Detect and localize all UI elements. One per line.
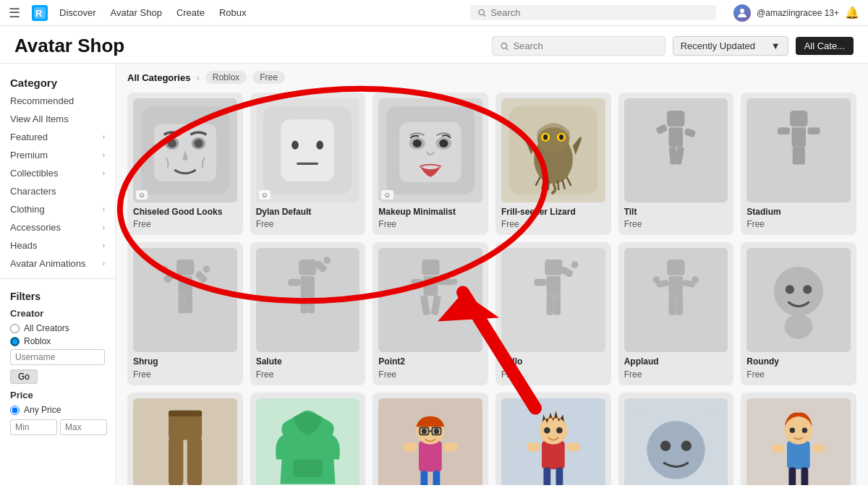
item-name-1: Chiseled Good Looks [133,207,237,218]
anim-salute [271,256,344,344]
item-card-14[interactable]: Free [250,393,366,485]
nav-create[interactable]: Create [176,7,205,18]
chevron-icon: › [103,169,105,177]
price-filter-title: Price [10,390,105,401]
svg-rect-61 [307,296,315,313]
item-card-9[interactable]: Point2 Free [373,242,488,385]
svg-rect-60 [301,296,308,313]
svg-point-12 [194,139,203,147]
svg-rect-75 [534,279,546,286]
breadcrumb-free-tag[interactable]: Free [252,71,285,84]
min-price-input[interactable] [10,419,57,435]
item-card-15[interactable]: Free [373,393,488,485]
breadcrumb-all-categories[interactable]: All Categories [127,72,190,83]
nav-user: @amaziingracee 13+ 🔔 [733,4,859,22]
svg-rect-67 [411,279,422,286]
roblox-logo[interactable]: R [32,5,48,21]
item-thumb-13 [133,398,237,485]
item-card-2[interactable]: ☺ Dylan Default Free [250,93,366,235]
svg-point-90 [803,285,812,294]
svg-point-2 [479,9,484,14]
svg-rect-94 [169,411,202,416]
any-price-radio[interactable]: Any Price [10,405,105,415]
svg-rect-65 [438,279,454,286]
item-name-11: Applaud [624,356,728,368]
breadcrumb-roblox-tag[interactable]: Roblox [205,71,247,84]
sidebar-item-animations[interactable]: Avatar Animations› [0,254,115,273]
item-card-5[interactable]: Tilt Free [618,93,734,235]
item-card-3[interactable]: ☺ Makeup Minimalist Free [373,93,488,235]
svg-rect-114 [566,443,579,452]
sidebar-divider [0,278,115,279]
nav-discover[interactable]: Discover [59,7,96,18]
svg-point-130 [802,428,807,433]
notification-bell-icon[interactable]: 🔔 [845,6,859,20]
all-categories-button[interactable]: All Cate... [796,37,854,55]
item-card-1[interactable]: ☺ Chiseled Good Looks Free [127,93,243,235]
item-card-10[interactable]: Hello Free [495,242,611,385]
sidebar-item-accessories[interactable]: Accessories› [0,218,115,236]
item-card-13[interactable]: Free [127,393,243,485]
item-name-8: Salute [256,356,360,368]
item-card-8[interactable]: Salute Free [250,242,366,385]
sidebar-item-featured[interactable]: Featured› [0,128,115,146]
nav-robux[interactable]: Robux [219,7,247,18]
creator-roblox-input[interactable] [10,337,20,346]
go-button[interactable]: Go [10,369,38,384]
sidebar-item-premium[interactable]: Premium› [0,146,115,164]
creator-all-radio[interactable]: All Creators [10,323,105,333]
sidebar-item-collectibles[interactable]: Collectibles› [0,164,115,182]
item-thumb-9 [378,248,482,352]
svg-point-11 [167,139,176,147]
chevron-icon: › [103,241,105,249]
item-card-16[interactable]: Free [495,393,611,485]
item-name-10: Hello [501,356,605,368]
page-title: Avatar Shop [14,35,124,57]
item-card-6[interactable]: Stadium Free [741,93,856,235]
svg-point-53 [203,265,210,273]
item-thumb-12 [746,248,851,352]
sidebar-item-heads[interactable]: Heads› [0,236,115,254]
item-card-18[interactable]: Free [741,393,856,485]
svg-rect-98 [293,460,323,477]
face-makeup [386,106,475,194]
face-icon-badge: ☺ [259,190,271,200]
creature-lizard [509,106,597,194]
item-thumb-1: ☺ [133,98,237,202]
svg-rect-113 [527,443,540,452]
svg-point-107 [422,429,427,434]
nav-avatar-shop[interactable]: Avatar Shop [111,7,162,18]
figure-stadium [762,106,835,194]
face-chiseled [141,106,229,194]
sidebar-item-recommended[interactable]: Recommended [0,92,115,110]
svg-rect-39 [790,111,807,127]
item-card-12[interactable]: Roundy Free [741,242,856,385]
any-price-input[interactable] [10,406,20,415]
sidebar-item-view-all[interactable]: View All Items [0,110,115,128]
item-name-2: Dylan Default [256,207,360,218]
nav-search-input[interactable] [490,7,709,18]
svg-rect-118 [543,468,550,485]
main-search-box[interactable] [492,36,665,56]
item-card-11[interactable]: Applaud Free [618,242,734,385]
hamburger-icon[interactable]: ☰ [9,5,20,21]
item-card-7[interactable]: Shrug Free [127,242,243,385]
main-search-input[interactable] [513,40,657,51]
item-card-4[interactable]: Frill-seeker Lizard Free [495,93,611,235]
sort-dropdown[interactable]: Recently Updated ▼ [673,36,788,56]
nav-search-bar[interactable] [470,5,716,20]
price-range [10,419,105,435]
sidebar-item-clothing[interactable]: Clothing› [0,200,115,218]
username-input[interactable] [10,349,105,365]
creator-all-input[interactable] [10,324,20,333]
sidebar-item-characters[interactable]: Characters [0,182,115,200]
item-card-17[interactable]: Free [618,393,734,485]
svg-point-23 [439,140,448,147]
max-price-input[interactable] [60,419,107,435]
creator-roblox-radio[interactable]: Roblox [10,336,105,346]
item-price-6: Free [746,219,851,229]
svg-rect-127 [813,445,825,453]
item-price-4: Free [501,219,605,229]
item-thumb-17 [624,398,728,485]
filters-section: Filters Creator All Creators Roblox Go P… [0,285,115,441]
